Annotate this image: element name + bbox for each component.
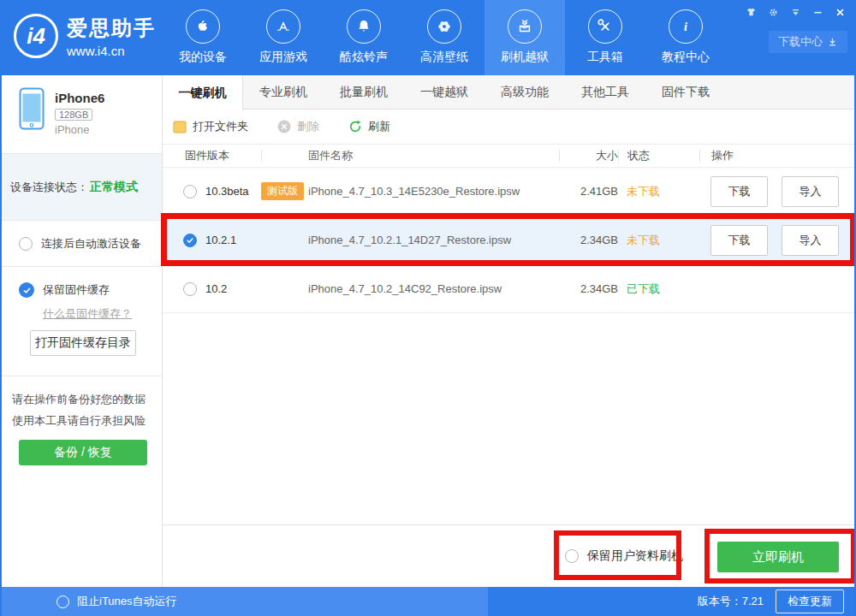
delete-label: 删除 (297, 119, 319, 134)
app-logo: i4 爱思助手 www.i4.cn (14, 14, 156, 58)
tutorial-icon: i (669, 9, 703, 44)
keep-cache-checkbox-checked[interactable] (19, 282, 34, 298)
keep-user-data-radio[interactable] (565, 549, 579, 563)
column-header-name: 固件名称 (308, 148, 559, 163)
column-divider (261, 150, 308, 162)
nav-item-ringtones[interactable]: 酷炫铃声 (324, 0, 404, 75)
tab-one-click-jailbreak[interactable]: 一键越狱 (404, 75, 484, 110)
iphone-icon (19, 87, 45, 130)
logo-i4-icon: i4 (14, 14, 58, 58)
toolbox-icon (588, 9, 622, 44)
backup-restore-button[interactable]: 备份 / 恢复 (19, 440, 147, 465)
download-icon (827, 37, 838, 48)
auto-activate-label: 连接后自动激活设备 (41, 236, 141, 252)
tab-other-tools[interactable]: 其他工具 (565, 75, 645, 110)
import-button[interactable]: 导入 (782, 176, 839, 207)
column-header-size: 大小 (559, 150, 618, 162)
tab-firmware-download[interactable]: 固件下载 (645, 75, 726, 110)
warning-line-1: 请在操作前备份好您的数据 (12, 388, 162, 410)
nav-label: 刷机越狱 (501, 50, 549, 65)
nav-item-my-device[interactable]: 我的设备 (163, 0, 243, 75)
download-button[interactable]: 下载 (710, 176, 768, 207)
check-update-button[interactable]: 检查更新 (776, 589, 844, 613)
delete-icon (277, 120, 291, 133)
flash-now-button[interactable]: 立即刷机 (717, 542, 839, 572)
column-header-status: 状态 (618, 150, 699, 162)
flash-action-panel: 保留用户资料刷机 立即刷机 (163, 524, 854, 587)
skin-icon[interactable] (744, 5, 758, 20)
row-radio-unchecked[interactable] (183, 282, 197, 296)
tab-one-click-flash[interactable]: 一键刷机 (163, 75, 243, 110)
firmware-version: 10.2 (205, 282, 227, 295)
warning-line-2: 使用本工具请自行承担风险 (12, 410, 162, 431)
column-header-actions: 操作 (699, 150, 854, 162)
header-bar: i4 爱思助手 www.i4.cn 我的设备 (2, 0, 854, 75)
nav-label: 工具箱 (587, 50, 623, 65)
bell-icon (347, 9, 381, 44)
download-center-button[interactable]: 下载中心 (769, 31, 847, 53)
block-itunes-radio[interactable] (56, 595, 69, 608)
open-folder-label: 打开文件夹 (193, 119, 248, 134)
menu-dropdown-icon[interactable] (788, 5, 803, 20)
auto-activate-radio[interactable] (19, 237, 33, 251)
device-capacity-badge: 128GB (55, 109, 92, 121)
nav-label: 高清壁纸 (420, 50, 468, 65)
minimize-icon[interactable] (811, 5, 825, 20)
nav-item-tutorials[interactable]: i 教程中心 (645, 0, 726, 75)
delete-button[interactable]: 删除 (277, 119, 319, 134)
refresh-icon (348, 120, 362, 133)
folder-icon (173, 121, 187, 133)
tab-pro-flash[interactable]: 专业刷机 (243, 75, 324, 110)
firmware-row-10-2-1[interactable]: 10.2.1 iPhone_4.7_10.2.1_14D27_Restore.i… (163, 216, 854, 265)
status-bar: 阻止iTunes自动运行 版本号：7.21 检查更新 (2, 587, 854, 616)
wallpaper-icon (427, 9, 461, 44)
nav-item-wallpapers[interactable]: 高清壁纸 (404, 0, 484, 75)
row-radio-checked[interactable] (183, 234, 197, 247)
firmware-status: 未下载 (618, 233, 699, 248)
keep-user-data-label: 保留用户资料刷机 (587, 548, 683, 564)
tab-advanced-features[interactable]: 高级功能 (484, 75, 565, 110)
nav-item-flash-jailbreak[interactable]: 刷机越狱 (484, 0, 565, 75)
svg-text:i: i (684, 21, 687, 33)
connection-status-label: 设备连接状态： (10, 180, 88, 195)
firmware-row-10-2[interactable]: 10.2 iPhone_4.7_10.2_14C92_Restore.ipsw … (163, 265, 854, 313)
keep-user-data-option[interactable]: 保留用户资料刷机 (565, 548, 683, 564)
main-content: 一键刷机 专业刷机 批量刷机 一键越狱 高级功能 其他工具 固件下载 打开文件夹… (163, 75, 854, 587)
device-model: iPhone (55, 123, 104, 136)
tab-batch-flash[interactable]: 批量刷机 (324, 75, 404, 110)
device-info-section: iPhone6 128GB iPhone (2, 75, 162, 154)
firmware-version: 10.3beta (205, 185, 249, 198)
firmware-row-10-3beta[interactable]: 10.3beta 测试版 iPhone_4.7_10.3_14E5230e_Re… (163, 168, 854, 216)
device-name: iPhone6 (55, 91, 104, 105)
close-icon[interactable] (833, 5, 847, 20)
refresh-label: 刷新 (368, 119, 390, 134)
what-is-cache-link[interactable]: 什么是固件缓存？ (43, 306, 132, 322)
nav-label: 教程中心 (662, 50, 710, 65)
connection-status-section: 设备连接状态： 正常模式 (2, 154, 162, 221)
block-itunes-option[interactable]: 阻止iTunes自动运行 (2, 587, 488, 616)
firmware-table-header: 固件版本 固件名称 大小 状态 操作 (163, 144, 854, 168)
keep-cache-option[interactable]: 保留固件缓存 (19, 282, 162, 298)
firmware-filename: iPhone_4.7_10.3_14E5230e_Restore.ipsw (308, 185, 559, 198)
app-name: 爱思助手 (67, 15, 156, 42)
row-radio-unchecked[interactable] (183, 185, 197, 198)
block-itunes-label: 阻止iTunes自动运行 (77, 594, 177, 609)
column-header-version: 固件版本 (163, 148, 261, 163)
flash-jailbreak-icon (508, 9, 542, 44)
import-button[interactable]: 导入 (782, 225, 839, 256)
download-button[interactable]: 下载 (710, 225, 768, 256)
flash-tabs: 一键刷机 专业刷机 批量刷机 一键越狱 高级功能 其他工具 固件下载 (163, 75, 854, 110)
open-cache-dir-button[interactable]: 打开固件缓存目录 (30, 330, 136, 356)
firmware-size: 2.34GB (559, 234, 618, 246)
open-folder-button[interactable]: 打开文件夹 (173, 119, 248, 134)
app-window: i4 爱思助手 www.i4.cn 我的设备 (0, 0, 856, 616)
firmware-cache-section: 保留固件缓存 什么是固件缓存？ 打开固件缓存目录 (2, 267, 162, 376)
keep-cache-label: 保留固件缓存 (43, 282, 110, 298)
refresh-button[interactable]: 刷新 (348, 119, 390, 134)
backup-warning-section: 请在操作前备份好您的数据 使用本工具请自行承担风险 备份 / 恢复 (2, 376, 162, 476)
nav-item-toolbox[interactable]: 工具箱 (565, 0, 645, 75)
firmware-size: 2.34GB (559, 282, 618, 295)
auto-activate-option[interactable]: 连接后自动激活设备 (2, 221, 162, 267)
gear-icon[interactable] (766, 5, 781, 20)
nav-item-apps-games[interactable]: 应用游戏 (243, 0, 324, 75)
